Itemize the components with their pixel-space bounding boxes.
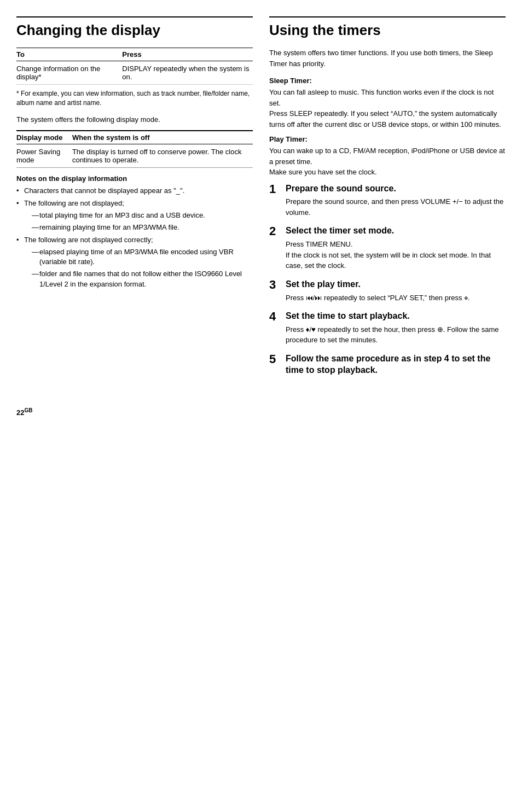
- sleep-timer-body: You can fall asleep to music. This funct…: [269, 87, 506, 130]
- table2-col1-header: Display mode: [16, 131, 72, 144]
- step-number: 1: [269, 183, 280, 195]
- table1-cell-press: DISPLAY repeatedly when the system is on…: [122, 61, 253, 85]
- table1-col1-header: To: [16, 48, 122, 61]
- sub-list: elapsed playing time of an MP3/WMA file …: [24, 247, 253, 290]
- left-section-title: Changing the display: [16, 16, 253, 39]
- intro-text: The system offers two timer functions. I…: [269, 48, 506, 69]
- step-content: Prepare the sound source.Prepare the sou…: [286, 183, 506, 218]
- bullet-item: Characters that cannot be displayed appe…: [16, 186, 253, 196]
- bullet-text: The following are not displayed;: [24, 199, 124, 207]
- play-timer-title: Play Timer:: [269, 135, 506, 143]
- table1-col2-header: Press: [122, 48, 253, 61]
- step-number: 2: [269, 225, 280, 237]
- step-body: Press ⏮/⏭ repeatedly to select “PLAY SET…: [286, 293, 470, 303]
- display-mode-table: Display mode When the system is off Powe…: [16, 130, 253, 168]
- sub-item: total playing time for an MP3 disc and a…: [32, 211, 253, 221]
- step-content: Set the play timer.Press ⏮/⏭ repeatedly …: [286, 279, 470, 303]
- notes-title: Notes on the display information: [16, 174, 253, 183]
- table1-cell-to: Change information on the display*: [16, 61, 122, 85]
- body-text: The system offers the following display …: [16, 114, 253, 125]
- table2-cell-when: The display is turned off to conserve po…: [72, 144, 253, 168]
- step-body: Press TIMER MENU.If the clock is not set…: [286, 239, 506, 271]
- step-title: Set the time to start playback.: [286, 311, 506, 322]
- footnote-text: * For example, you can view information,…: [16, 89, 253, 108]
- page-container: Changing the display To Press Change inf…: [16, 16, 506, 385]
- bullet-item: The following are not displayed;total pl…: [16, 198, 253, 233]
- right-column: Using the timers The system offers two t…: [269, 16, 506, 385]
- step-container: 1Prepare the sound source.Prepare the so…: [269, 183, 506, 218]
- step-content: Select the timer set mode.Press TIMER ME…: [286, 225, 506, 271]
- play-timer-section: Play Timer: You can wake up to a CD, FM/…: [269, 135, 506, 178]
- step-number: 3: [269, 279, 280, 291]
- left-column: Changing the display To Press Change inf…: [16, 16, 253, 385]
- sub-item: folder and file names that do not follow…: [32, 269, 253, 290]
- step-title: Select the timer set mode.: [286, 225, 506, 237]
- page-superscript: GB: [24, 407, 32, 413]
- step-title: Set the play timer.: [286, 279, 470, 290]
- page-footer: 22GB: [16, 407, 506, 417]
- step-content: Follow the same procedure as in step 4 t…: [286, 353, 506, 378]
- steps-container: 1Prepare the sound source.Prepare the so…: [269, 183, 506, 378]
- step-body: Prepare the sound source, and then press…: [286, 196, 506, 218]
- step-title: Follow the same procedure as in step 4 t…: [286, 353, 506, 376]
- bullet-item: The following are not displayed correctl…: [16, 235, 253, 290]
- table2-cell-mode: Power Saving mode: [16, 144, 72, 168]
- step-container: 3Set the play timer.Press ⏮/⏭ repeatedly…: [269, 279, 506, 303]
- notes-bullets: Characters that cannot be displayed appe…: [16, 186, 253, 290]
- step-title: Prepare the sound source.: [286, 183, 506, 195]
- step-container: 4Set the time to start playback.Press ♦/…: [269, 311, 506, 346]
- bullet-text: Characters that cannot be displayed appe…: [24, 186, 184, 195]
- display-table: To Press Change information on the displ…: [16, 48, 253, 85]
- sleep-timer-section: Sleep Timer: You can fall asleep to musi…: [269, 77, 506, 130]
- notes-section: Notes on the display information Charact…: [16, 174, 253, 290]
- right-section-title: Using the timers: [269, 16, 506, 39]
- bullet-text: The following are not displayed correctl…: [24, 236, 153, 244]
- step-body: Press ♦/♥ repeatedly to set the hour, th…: [286, 324, 506, 346]
- table2-col2-header: When the system is off: [72, 131, 253, 144]
- step-container: 2Select the timer set mode.Press TIMER M…: [269, 225, 506, 271]
- step-container: 5Follow the same procedure as in step 4 …: [269, 353, 506, 378]
- play-timer-body: You can wake up to a CD, FM/AM reception…: [269, 145, 506, 178]
- sub-item: elapsed playing time of an MP3/WMA file …: [32, 247, 253, 268]
- sub-item: remaining playing time for an MP3/WMA fi…: [32, 223, 253, 233]
- sleep-timer-title: Sleep Timer:: [269, 77, 506, 85]
- page-number: 22: [16, 409, 24, 417]
- step-number: 4: [269, 311, 280, 323]
- step-content: Set the time to start playback.Press ♦/♥…: [286, 311, 506, 346]
- step-number: 5: [269, 353, 280, 365]
- sub-list: total playing time for an MP3 disc and a…: [24, 211, 253, 233]
